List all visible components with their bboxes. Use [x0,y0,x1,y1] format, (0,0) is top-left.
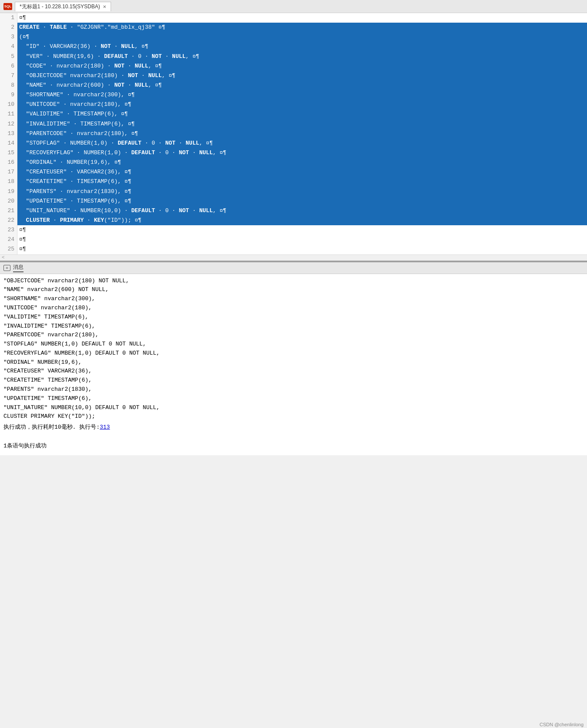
line-number: 19 [0,187,17,196]
messages-header: ≡ 消息 [0,261,587,274]
messages-icon: ≡ [3,265,10,271]
message-line: "SHORTNAME" nvarchar2(300), [3,295,584,304]
messages-panel: ≡ 消息 "OBJECTCODE" nvarchar2(180) NOT NUL… [0,261,587,455]
code-line: "INVALIDTIME" · TIMESTAMP(6), ¤¶ [17,119,587,129]
line-number: 1 [0,13,17,23]
code-line: (¤¶ [17,32,587,42]
code-line: "VER" · NUMBER(19,6) · DEFAULT · 0 · NOT… [17,52,587,61]
watermark: CSDN @chenlinlong [540,722,584,727]
code-line: "VALIDTIME" · TIMESTAMP(6), ¤¶ [17,109,587,119]
code-container: 1234567891011121314151617181920212223242… [0,13,587,254]
line-number: 22 [0,216,17,225]
code-line: "UPDATETIME" · TIMESTAMP(6), ¤¶ [17,196,587,206]
line-number: 13 [0,129,17,139]
line-number: 24 [0,235,17,244]
code-line: "STOPFLAG" · NUMBER(1,0) · DEFAULT · 0 ·… [17,139,587,148]
exec-link[interactable]: 313 [100,424,110,430]
message-line: "OBJECTCODE" nvarchar2(180) NOT NULL, [3,277,584,286]
code-line: CREATE · TABLE · "GZJGNR"."md_bblx_qj38"… [17,23,587,32]
message-line: "INVALIDTIME" TIMESTAMP(6), [3,322,584,331]
code-line: "NAME" · nvarchar2(600) · NOT · NULL, ¤¶ [17,81,587,90]
line-number: 20 [0,196,17,206]
line-number: 4 [0,42,17,51]
code-line: ¤¶ [17,13,587,23]
line-number: 5 [0,52,17,61]
line-number: 3 [0,32,17,42]
code-line: ¤¶ [17,225,587,235]
close-tab-button[interactable]: ✕ [103,4,106,9]
line-number: 15 [0,148,17,158]
code-line: "SHORTNAME" · nvarchar2(300), ¤¶ [17,90,587,100]
code-line: ¤¶ [17,235,587,244]
code-line: ¤¶ [17,244,587,254]
message-line: "UNIT_NATURE" NUMBER(10,0) DEFAULT 0 NOT… [3,403,584,413]
line-number: 10 [0,100,17,109]
exec-success-line: 执行成功，执行耗时10毫秒. 执行号:313 [3,423,584,432]
code-line: "UNIT_NATURE" · NUMBER(10,0) · DEFAULT ·… [17,206,587,216]
code-line: CLUSTER · PRIMARY · KEY("ID")); ¤¶ [17,216,587,225]
code-lines[interactable]: ¤¶CREATE · TABLE · "GZJGNR"."md_bblx_qj3… [17,13,587,254]
code-line: "CREATEUSER" · VARCHAR2(36), ¤¶ [17,167,587,177]
title-bar: SQL *无标题1 - 10.228.10.15(SYSDBA) ✕ [0,0,587,13]
line-number: 25 [0,244,17,254]
messages-content: "OBJECTCODE" nvarchar2(180) NOT NULL,"NA… [0,274,587,455]
message-line: "ORDINAL" NUMBER(19,6), [3,358,584,367]
message-line: "UPDATETIME" TIMESTAMP(6), [3,394,584,403]
line-number: 23 [0,225,17,235]
line-number: 18 [0,177,17,186]
line-number: 16 [0,158,17,167]
message-line: "UNITCODE" nvarchar2(180), [3,304,584,313]
code-line: "RECOVERYFLAG" · NUMBER(1,0) · DEFAULT ·… [17,148,587,158]
messages-tab-label[interactable]: 消息 [13,264,24,272]
code-line: "UNITCODE" · nvarchar2(180), ¤¶ [17,100,587,109]
code-line: "ORDINAL" · NUMBER(19,6), ¤¶ [17,158,587,167]
line-numbers: 1234567891011121314151617181920212223242… [0,13,17,254]
message-line: "CREATEUSER" VARCHAR2(36), [3,367,584,376]
message-line: "PARENTS" nvarchar2(1830), [3,385,584,394]
code-line: "CODE" · nvarchar2(180) · NOT · NULL, ¤¶ [17,61,587,71]
line-number: 17 [0,167,17,177]
line-number: 6 [0,61,17,71]
horizontal-scrollbar[interactable]: < [0,254,587,261]
line-number: 8 [0,81,17,90]
line-number: 14 [0,139,17,148]
sql-icon: SQL [3,3,12,10]
message-line: "NAME" nvarchar2(600) NOT NULL, [3,285,584,295]
code-line: "PARENTS" · nvarchar2(1830), ¤¶ [17,187,587,196]
line-number: 2 [0,23,17,32]
message-line: "VALIDTIME" TIMESTAMP(6), [3,313,584,322]
line-number: 11 [0,109,17,119]
editor-tab[interactable]: *无标题1 - 10.228.10.15(SYSDBA) ✕ [15,2,111,11]
footer-bar: CSDN @chenlinlong [536,721,587,728]
exec-count-line: 1条语句执行成功 [3,442,584,451]
line-number: 21 [0,206,17,216]
line-number: 12 [0,119,17,129]
message-line: "PARENTCODE" nvarchar2(180), [3,331,584,340]
message-line: "CREATETIME" TIMESTAMP(6), [3,376,584,385]
tab-title: *无标题1 - 10.228.10.15(SYSDBA) [20,3,100,10]
code-line: "PARENTCODE" · nvarchar2(180), ¤¶ [17,129,587,139]
line-number: 7 [0,71,17,81]
editor-area: 1234567891011121314151617181920212223242… [0,13,587,261]
code-line: "OBJECTCODE" nvarchar2(180) · NOT · NULL… [17,71,587,81]
code-line: "CREATETIME" · TIMESTAMP(6), ¤¶ [17,177,587,186]
code-line: "ID" · VARCHAR2(36) · NOT · NULL, ¤¶ [17,42,587,51]
message-line: CLUSTER PRIMARY KEY("ID")); [3,412,584,421]
message-line: "RECOVERYFLAG" NUMBER(1,0) DEFAULT 0 NOT… [3,349,584,358]
line-number: 9 [0,90,17,100]
message-line: "STOPFLAG" NUMBER(1,0) DEFAULT 0 NOT NUL… [3,340,584,349]
